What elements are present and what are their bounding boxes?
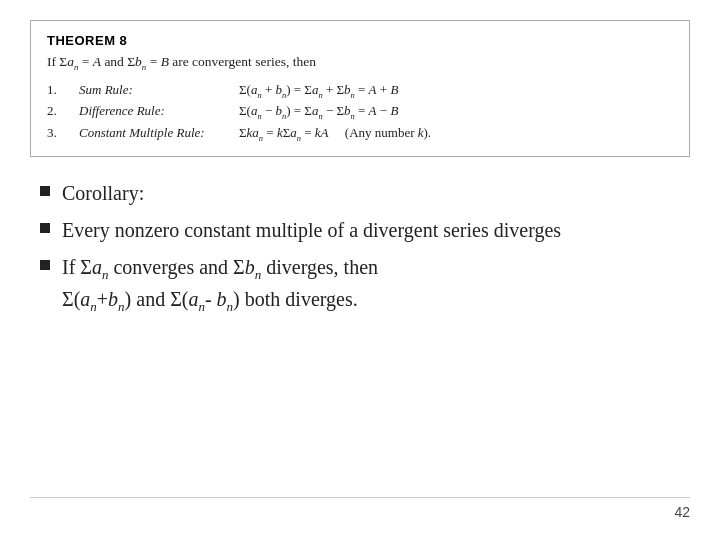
theorem-intro: If Σan = A and Σbn = B are convergent se… bbox=[47, 54, 673, 72]
rule-2-num: 2. bbox=[47, 103, 79, 121]
bullet-icon bbox=[40, 223, 50, 233]
list-item: If Σan converges and Σbn diverges, then … bbox=[40, 253, 690, 317]
rule-2-formula: Σ(an − bn) = Σan − Σbn = A − B bbox=[239, 103, 673, 121]
theorem-rules: 1. Sum Rule: Σ(an + bn) = Σan + Σbn = A … bbox=[47, 82, 673, 143]
bullet-icon bbox=[40, 186, 50, 196]
theorem-title: THEOREM 8 bbox=[47, 33, 673, 48]
bullet-text-3: If Σan converges and Σbn diverges, then … bbox=[62, 253, 690, 317]
bullet-list: Corollary: Every nonzero constant multip… bbox=[30, 175, 690, 317]
rule-3-formula: Σkan = kΣan = kA (Any number k). bbox=[239, 125, 673, 143]
list-item: Corollary: bbox=[40, 179, 690, 208]
rule-2-name: Difference Rule: bbox=[79, 103, 239, 121]
bottom-bar: 42 bbox=[30, 497, 690, 520]
bullet-icon bbox=[40, 260, 50, 270]
rule-3-num: 3. bbox=[47, 125, 79, 143]
list-item: Every nonzero constant multiple of a div… bbox=[40, 216, 690, 245]
page-container: THEOREM 8 If Σan = A and Σbn = B are con… bbox=[0, 0, 720, 540]
theorem-box: THEOREM 8 If Σan = A and Σbn = B are con… bbox=[30, 20, 690, 157]
rule-1-name: Sum Rule: bbox=[79, 82, 239, 100]
bullet-text-1: Corollary: bbox=[62, 179, 690, 208]
page-number: 42 bbox=[674, 504, 690, 520]
rule-1-formula: Σ(an + bn) = Σan + Σbn = A + B bbox=[239, 82, 673, 100]
bullet-text-2: Every nonzero constant multiple of a div… bbox=[62, 216, 690, 245]
rule-1-num: 1. bbox=[47, 82, 79, 100]
rule-3-name: Constant Multiple Rule: bbox=[79, 125, 239, 143]
